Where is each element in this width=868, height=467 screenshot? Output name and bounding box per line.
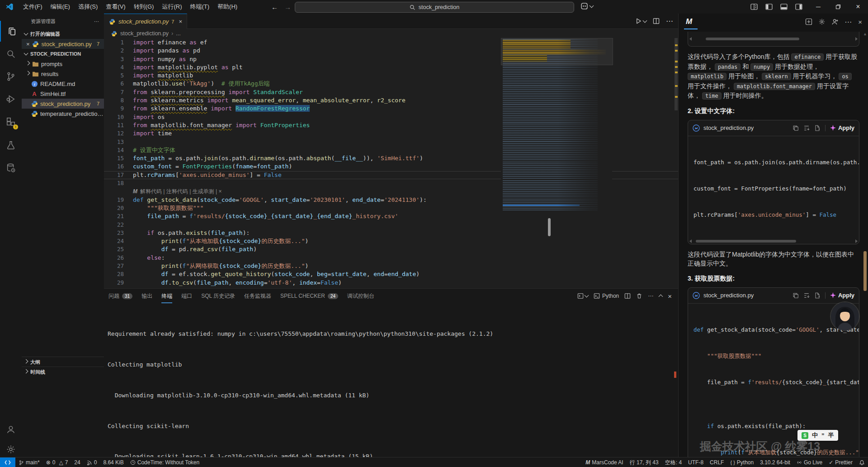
editor-more-actions-icon[interactable]: ⋯: [666, 17, 674, 25]
toggle-primary-sidebar-icon[interactable]: [765, 3, 773, 10]
tab-problems[interactable]: 问题31: [108, 289, 132, 303]
new-file-icon[interactable]: [814, 292, 821, 299]
tree-item-temperature-prediction[interactable]: temperature_prediction.py: [22, 109, 104, 119]
search-view-icon[interactable]: [0, 43, 22, 64]
size-item[interactable]: 8.64 KiB: [100, 457, 127, 467]
open-editor-item[interactable]: × stock_prediction.py 7: [22, 39, 104, 49]
insert-code-icon[interactable]: [803, 292, 810, 299]
feed-item[interactable]: 0: [84, 457, 100, 467]
account-icon[interactable]: [0, 419, 22, 440]
menu-terminal[interactable]: 终端(T): [186, 3, 213, 11]
restore-button[interactable]: [828, 0, 848, 14]
split-terminal-icon[interactable]: [624, 293, 631, 299]
run-debug-icon[interactable]: [0, 89, 22, 110]
terminal-output[interactable]: Requirement already satisfied: numpy in …: [108, 309, 669, 454]
python-version-item[interactable]: 3.10.2 64-bit: [757, 457, 793, 467]
codelens-close-icon[interactable]: ×: [218, 187, 222, 195]
split-editor-icon[interactable]: [653, 18, 660, 24]
notifications-bell[interactable]: [856, 457, 868, 467]
tab-sql-history[interactable]: SQL 历史记录: [201, 289, 235, 303]
close-panel-icon[interactable]: ×: [668, 292, 672, 300]
codelens-action[interactable]: 生成单测: [193, 187, 214, 195]
tree-item-results[interactable]: results: [22, 69, 104, 79]
minimap-slider[interactable]: [501, 38, 613, 65]
testing-icon[interactable]: [0, 135, 22, 156]
panel-more-actions-icon[interactable]: ⋯: [844, 18, 852, 26]
toggle-secondary-sidebar-icon[interactable]: [795, 3, 802, 10]
indentation-item[interactable]: 空格: 4: [662, 457, 685, 467]
customize-layout-icon[interactable]: [750, 3, 758, 10]
panel-scrollbar-thumb[interactable]: [863, 251, 867, 291]
codetime-item[interactable]: CodeTime: Without Token: [127, 457, 203, 467]
open-editors-section[interactable]: 打开的编辑器: [22, 29, 104, 39]
maximize-panel-icon[interactable]: [659, 295, 663, 299]
tab-stock-prediction[interactable]: stock_prediction.py 7 ×: [104, 14, 187, 29]
tab-terminal[interactable]: 终端: [161, 289, 172, 303]
explorer-icon[interactable]: [0, 21, 23, 42]
h-scrollbar-thumb[interactable]: [696, 240, 796, 243]
outline-section[interactable]: 大纲: [22, 357, 107, 367]
menu-go[interactable]: 转到(G): [130, 3, 158, 11]
workspace-root-section[interactable]: STOCK_PREDICTION: [22, 49, 104, 59]
remote-indicator[interactable]: [0, 457, 15, 467]
git-branch-item[interactable]: main*: [15, 457, 43, 467]
language-mode-item[interactable]: { }Python: [727, 457, 757, 467]
encoding-item[interactable]: UTF-8: [685, 457, 707, 467]
toggle-panel-icon[interactable]: [780, 3, 788, 10]
menu-file[interactable]: 文件(F): [19, 3, 47, 11]
insert-code-icon[interactable]: [803, 125, 810, 131]
menu-run[interactable]: 运行(R): [158, 3, 186, 11]
spell-checker-item[interactable]: 24: [71, 457, 83, 467]
menu-selection[interactable]: 选择(S): [74, 3, 102, 11]
copy-icon[interactable]: [793, 292, 799, 299]
close-window-button[interactable]: ×: [848, 0, 868, 14]
titlebar-account-button[interactable]: [580, 2, 593, 10]
new-file-icon[interactable]: [814, 125, 821, 131]
chat-content[interactable]: 这段代码导入了多个Python库，包括 efinance 用于获取股票数据， p…: [679, 30, 862, 457]
editor-scrollbar-thumb[interactable]: [548, 218, 551, 236]
tab-output[interactable]: 输出: [142, 289, 152, 303]
breadcrumb[interactable]: stock_prediction.py › ...: [104, 29, 684, 38]
explorer-more-actions[interactable]: ⋯: [94, 19, 99, 24]
marscode-status-item[interactable]: M MarsCode AI: [582, 457, 626, 467]
close-editor-icon[interactable]: ×: [26, 41, 30, 48]
prettier-item[interactable]: ✓Prettier: [826, 457, 856, 467]
minimap[interactable]: [501, 38, 612, 221]
tab-debug-console[interactable]: 调试控制台: [347, 289, 374, 303]
kill-terminal-icon[interactable]: [636, 293, 642, 299]
scroll-right-icon[interactable]: [855, 239, 858, 243]
forward-arrow-icon[interactable]: →: [284, 3, 291, 11]
tab-close-icon[interactable]: ×: [179, 18, 182, 25]
scroll-left-icon[interactable]: [689, 239, 692, 243]
command-center-search[interactable]: stock_prediction: [295, 2, 574, 13]
tab-task-monitor[interactable]: 任务监视器: [244, 289, 271, 303]
tree-item-prompts[interactable]: prompts: [22, 59, 104, 69]
extensions-icon[interactable]: !: [0, 111, 22, 132]
new-terminal-button[interactable]: [577, 293, 588, 299]
minimize-button[interactable]: ─: [808, 0, 828, 14]
tab-ports[interactable]: 端口: [181, 289, 192, 303]
go-live-item[interactable]: Go Live: [793, 457, 826, 467]
menu-help[interactable]: 帮助(H): [213, 3, 241, 11]
menu-edit[interactable]: 编辑(E): [47, 3, 74, 11]
scroll-up-icon[interactable]: ▲: [863, 32, 867, 36]
settings-gear-icon[interactable]: [818, 18, 826, 25]
panel-more-actions-icon[interactable]: ⋯: [648, 293, 654, 299]
problems-item[interactable]: ⊗0 △7: [43, 457, 71, 467]
tree-item-stock-prediction[interactable]: stock_prediction.py 7: [22, 99, 104, 109]
copy-icon[interactable]: [793, 125, 799, 131]
close-panel-icon[interactable]: ×: [858, 18, 862, 26]
scroll-left-icon[interactable]: [689, 37, 692, 41]
tree-item-readme[interactable]: i README.md: [22, 79, 104, 89]
scroll-right-icon[interactable]: [855, 37, 858, 41]
menu-view[interactable]: 查看(V): [102, 3, 129, 11]
codelens-action[interactable]: 注释代码: [166, 187, 188, 195]
codelens-action[interactable]: 解释代码: [140, 187, 162, 195]
tree-item-simhei[interactable]: A SimHei.ttf: [22, 89, 104, 99]
timeline-section[interactable]: 时间线: [22, 367, 107, 377]
tab-spell-checker[interactable]: SPELL CHECKER24: [280, 289, 338, 303]
cursor-position-item[interactable]: 行 17, 列 43: [627, 457, 662, 467]
apply-button[interactable]: Apply: [830, 124, 854, 131]
terminal-instance-python[interactable]: Python: [594, 293, 619, 299]
back-arrow-icon[interactable]: ←: [271, 3, 278, 11]
